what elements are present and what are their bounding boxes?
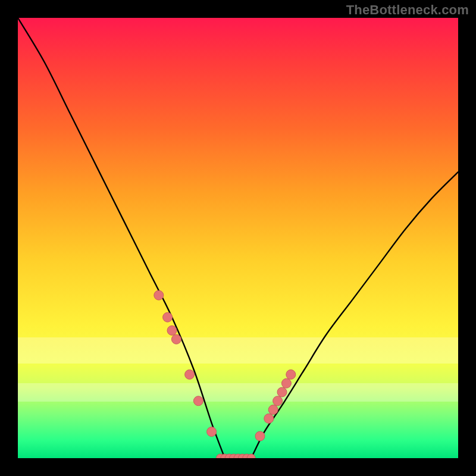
plot-area xyxy=(18,18,458,458)
series-left-branch xyxy=(18,18,225,458)
series-group xyxy=(18,18,458,458)
data-marker xyxy=(281,378,291,388)
data-marker xyxy=(171,334,181,344)
data-marker xyxy=(163,312,173,322)
watermark-text: TheBottleneck.com xyxy=(346,2,469,18)
data-marker xyxy=(207,427,217,437)
data-marker xyxy=(185,369,195,379)
data-marker xyxy=(167,325,177,335)
data-marker xyxy=(286,369,296,379)
curve-layer xyxy=(18,18,458,458)
series-right-branch xyxy=(251,172,458,458)
data-marker xyxy=(264,414,274,423)
chart-frame: TheBottleneck.com xyxy=(0,0,476,476)
data-marker xyxy=(154,290,164,300)
data-marker xyxy=(277,387,287,397)
data-marker xyxy=(273,396,283,406)
data-marker xyxy=(193,396,203,406)
data-marker xyxy=(268,405,278,415)
data-marker xyxy=(255,431,265,441)
marker-group xyxy=(154,290,296,458)
